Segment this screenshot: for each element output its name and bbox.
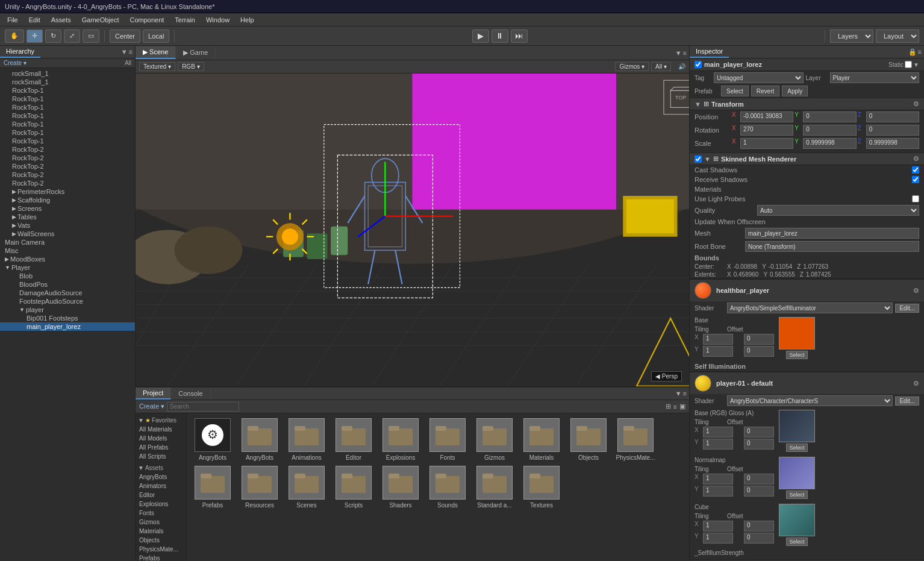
move-tool[interactable]: ✛ bbox=[27, 30, 43, 43]
asset-angrybots[interactable]: AngryBots bbox=[239, 418, 281, 461]
base-offset-y[interactable]: 0 bbox=[744, 346, 774, 357]
layout-dropdown[interactable]: Layout bbox=[876, 30, 919, 43]
create-label[interactable]: Create ▾ bbox=[4, 60, 27, 66]
asset-standard[interactable]: Standard a... bbox=[473, 466, 516, 509]
asset-scenes[interactable]: Scenes bbox=[286, 466, 328, 509]
scale-y-field[interactable]: 0.9999998 bbox=[803, 138, 856, 149]
norm-tile-x[interactable]: 1 bbox=[703, 474, 733, 484]
pos-y-field[interactable]: 0 bbox=[803, 111, 856, 122]
hier-player-sub[interactable]: ▼player bbox=[0, 306, 135, 314]
base-tile-y[interactable]: 1 bbox=[703, 346, 733, 357]
hier-perimeter-rocks[interactable]: ▶PerimeterRocks bbox=[0, 187, 135, 196]
asset-animations[interactable]: Animations bbox=[286, 418, 328, 461]
rgb-tile-x[interactable]: 1 bbox=[703, 427, 733, 437]
scene-menu[interactable]: ≡ bbox=[683, 49, 687, 57]
bottom-menu[interactable]: ≡ bbox=[683, 390, 687, 397]
hier-rocktop-1g[interactable]: RockTop-1 bbox=[0, 137, 135, 145]
proj-icon2[interactable]: ≡ bbox=[673, 403, 677, 410]
static-arrow[interactable]: ▼ bbox=[913, 61, 919, 68]
cube-offset-y[interactable]: 0 bbox=[744, 533, 774, 544]
scale-x-field[interactable]: 1 bbox=[740, 138, 793, 149]
asset-resources[interactable]: Resources bbox=[239, 466, 281, 509]
sidebar-all-scripts[interactable]: All Scripts bbox=[136, 452, 186, 461]
favorites-arrow[interactable]: ▼ bbox=[138, 417, 144, 424]
hier-footstep-audio[interactable]: FootstepAudioSource bbox=[0, 297, 135, 306]
light-probes-checkbox[interactable] bbox=[912, 195, 919, 202]
hier-rocktop-1f[interactable]: RockTop-1 bbox=[0, 128, 135, 137]
inspector-menu[interactable]: ≡ bbox=[918, 48, 922, 56]
player-mat-settings[interactable]: ⚙ bbox=[913, 380, 919, 387]
inspector-tab[interactable]: Inspector bbox=[690, 46, 729, 58]
sidebar-materials[interactable]: Materials bbox=[136, 527, 186, 536]
hier-tables[interactable]: ▶Tables bbox=[0, 213, 135, 221]
sidebar-all-prefabs[interactable]: All Prefabs bbox=[136, 443, 186, 452]
quality-dropdown[interactable]: Auto bbox=[757, 205, 919, 216]
game-tab[interactable]: ▶ Game bbox=[176, 47, 216, 58]
rgb-offset-x[interactable]: 0 bbox=[744, 427, 774, 437]
hierarchy-menu[interactable]: ≡ bbox=[129, 48, 133, 55]
sidebar-fonts[interactable]: Fonts bbox=[136, 509, 186, 518]
asset-unity-logo[interactable]: ⚙ AngryBots bbox=[192, 418, 234, 461]
cube-tile-y[interactable]: 1 bbox=[703, 533, 733, 544]
asset-prefabs[interactable]: Prefabs bbox=[192, 466, 234, 509]
norm-tile-y[interactable]: 1 bbox=[703, 486, 733, 497]
scene-tab[interactable]: ▶ Scene bbox=[136, 46, 176, 59]
sidebar-editor[interactable]: Editor bbox=[136, 490, 186, 500]
pos-x-field[interactable]: -0.0001 39083 bbox=[740, 111, 793, 122]
cube-select-btn[interactable]: Select bbox=[786, 537, 807, 546]
rot-y-field[interactable]: 0 bbox=[803, 125, 856, 136]
cast-shadows-checkbox[interactable] bbox=[912, 166, 919, 174]
hand-tool[interactable]: ✋ bbox=[5, 30, 24, 43]
hier-rocktop-1b[interactable]: RockTop-1 bbox=[0, 95, 135, 103]
project-search[interactable] bbox=[167, 402, 239, 412]
skinned-mesh-checkbox[interactable] bbox=[695, 155, 702, 163]
sidebar-gizmos[interactable]: Gizmos bbox=[136, 518, 186, 527]
prefab-select-btn[interactable]: Select bbox=[721, 86, 749, 96]
object-active-checkbox[interactable] bbox=[695, 61, 702, 68]
norm-select-btn[interactable]: Select bbox=[786, 490, 807, 499]
rotate-tool[interactable]: ↻ bbox=[45, 30, 61, 43]
proj-icon3[interactable]: ▣ bbox=[679, 403, 685, 410]
transform-settings-icon[interactable]: ⚙ bbox=[913, 100, 919, 108]
hier-rocktop-2e[interactable]: RockTop-2 bbox=[0, 179, 135, 187]
hier-rocksmall-1a[interactable]: rockSmall_1 bbox=[0, 69, 135, 78]
norm-offset-y[interactable]: 0 bbox=[744, 486, 774, 497]
player-edit-btn[interactable]: Edit... bbox=[895, 396, 919, 406]
hier-misc[interactable]: Misc bbox=[0, 246, 135, 255]
hier-screens[interactable]: ▶Screens bbox=[0, 204, 135, 213]
hier-main-camera[interactable]: Main Camera bbox=[0, 238, 135, 246]
gizmos-btn[interactable]: Gizmos ▾ bbox=[615, 62, 649, 71]
all-btn[interactable]: All ▾ bbox=[651, 62, 671, 71]
rgb-btn[interactable]: RGB ▾ bbox=[178, 62, 204, 71]
sidebar-all-models[interactable]: All Models bbox=[136, 434, 186, 443]
prefab-revert-btn[interactable]: Revert bbox=[751, 86, 779, 96]
layer-dropdown[interactable]: Player bbox=[830, 72, 920, 83]
asset-physicsmate[interactable]: PhysicsMate... bbox=[614, 418, 657, 461]
scene-view[interactable]: TOP ◀ Persp bbox=[136, 74, 689, 386]
asset-materials[interactable]: Materials bbox=[520, 418, 563, 461]
play-button[interactable]: ▶ bbox=[472, 30, 489, 43]
asset-scripts[interactable]: Scripts bbox=[332, 466, 375, 509]
asset-editor[interactable]: Editor bbox=[332, 418, 375, 461]
healthbar-settings[interactable]: ⚙ bbox=[913, 287, 919, 295]
prefab-apply-btn[interactable]: Apply bbox=[782, 86, 808, 96]
player-shader-dropdown[interactable]: AngryBots/Character/CharacterS bbox=[727, 395, 893, 406]
sidebar-explosions[interactable]: Explosions bbox=[136, 500, 186, 509]
hier-rocktop-1e[interactable]: RockTop-1 bbox=[0, 120, 135, 128]
menu-help[interactable]: Help bbox=[236, 15, 259, 25]
asset-objects[interactable]: Objects bbox=[567, 418, 610, 461]
menu-edit[interactable]: Edit bbox=[24, 15, 45, 25]
proj-icon1[interactable]: ⊞ bbox=[666, 403, 671, 410]
norm-offset-x[interactable]: 0 bbox=[744, 474, 774, 484]
pivot-global-btn[interactable]: Local bbox=[143, 30, 169, 43]
skinned-mesh-settings[interactable]: ⚙ bbox=[913, 155, 919, 163]
project-tab[interactable]: Project bbox=[136, 387, 171, 400]
asset-gizmos[interactable]: Gizmos bbox=[473, 418, 516, 461]
hier-rocktop-1c[interactable]: RockTop-1 bbox=[0, 103, 135, 111]
hier-rocktop-2c[interactable]: RockTop-2 bbox=[0, 162, 135, 171]
hier-main-player-lorez[interactable]: main_player_lorez bbox=[0, 322, 135, 331]
asset-shaders[interactable]: Shaders bbox=[379, 466, 422, 509]
sidebar-objects[interactable]: Objects bbox=[136, 536, 186, 545]
step-button[interactable]: ⏭ bbox=[511, 30, 528, 43]
asset-explosions[interactable]: Explosions bbox=[379, 418, 422, 461]
